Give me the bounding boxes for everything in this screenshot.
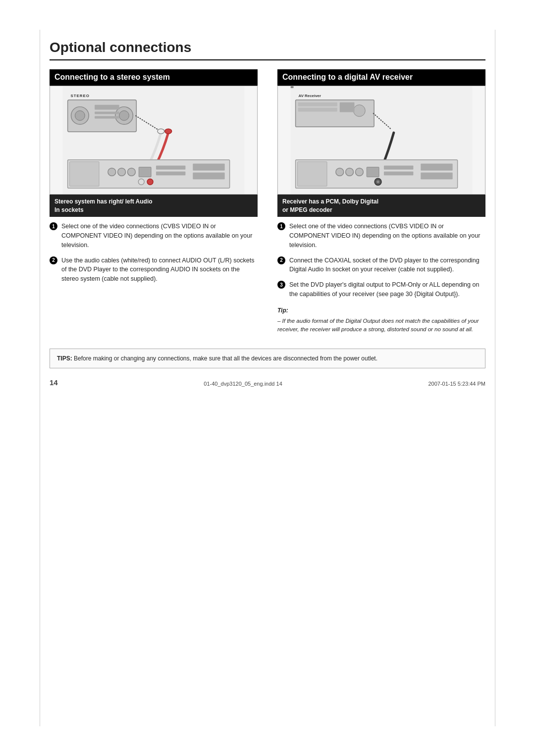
step-text-2: Use the audio cables (white/red) to conn… — [61, 256, 258, 284]
tips-label: TIPS: — [57, 355, 72, 362]
svg-point-36 — [355, 168, 363, 176]
svg-rect-15 — [139, 167, 151, 177]
svg-rect-39 — [384, 171, 413, 175]
right-column: Connecting to a digital AV receiver AV R… — [277, 69, 485, 334]
right-steps: 1 Select one of the video connections (C… — [277, 222, 485, 299]
tip-text: – If the audio format of the Digital Out… — [277, 317, 485, 334]
svg-rect-38 — [384, 165, 413, 169]
svg-rect-7 — [95, 104, 119, 109]
right-step-number-3: 3 — [277, 281, 285, 289]
av-diagram-svg: AV Receiver — [278, 86, 485, 194]
tip-title: Tip: — [277, 306, 485, 315]
svg-point-20 — [138, 179, 144, 185]
svg-point-4 — [75, 110, 85, 120]
right-step-2: 2 Connect the COAXIAL socket of the DVD … — [277, 256, 485, 275]
svg-rect-40 — [421, 163, 452, 170]
step-text-1: Select one of the video connections (CVB… — [61, 222, 258, 250]
svg-rect-45 — [291, 86, 294, 88]
svg-point-21 — [147, 179, 153, 185]
tips-footer: TIPS: Before making or changing any conn… — [50, 349, 485, 368]
svg-rect-8 — [95, 111, 119, 114]
svg-rect-41 — [421, 172, 452, 179]
svg-rect-29 — [298, 107, 337, 111]
right-step-3: 3 Set the DVD player's digital output to… — [277, 280, 485, 299]
svg-rect-18 — [193, 163, 224, 170]
svg-rect-33 — [298, 161, 327, 186]
page-number: 14 — [50, 378, 58, 387]
svg-rect-37 — [367, 167, 379, 177]
page-title: Optional connections — [50, 40, 485, 60]
right-section-header: Connecting to a digital AV receiver — [277, 69, 485, 86]
svg-point-12 — [108, 168, 116, 176]
right-step-text-1: Select one of the video connections (CVB… — [289, 222, 485, 250]
step-number-1: 1 — [50, 222, 57, 230]
right-step-number-1: 1 — [277, 222, 285, 230]
svg-point-13 — [118, 168, 126, 176]
av-receiver-diagram: AV Receiver — [277, 86, 485, 195]
left-steps: 1 Select one of the video connections (C… — [50, 222, 258, 284]
footer-right: 2007-01-15 5:23:44 PM — [428, 381, 485, 387]
right-step-text-2: Connect the COAXIAL socket of the DVD pl… — [289, 256, 485, 275]
right-step-text-3: Set the DVD player's digital output to P… — [289, 280, 485, 299]
tip-box: Tip: – If the audio format of the Digita… — [277, 306, 485, 334]
left-column: Connecting to a stereo system STEREO — [50, 69, 258, 334]
left-section-header: Connecting to a stereo system — [50, 69, 258, 86]
svg-rect-9 — [95, 116, 119, 118]
svg-point-35 — [346, 168, 354, 176]
svg-rect-11 — [70, 161, 99, 186]
svg-rect-19 — [193, 172, 224, 179]
step-number-2: 2 — [50, 256, 57, 264]
right-step-number-2: 2 — [277, 256, 285, 264]
stereo-diagram-svg: STEREO — [50, 86, 257, 194]
svg-point-14 — [127, 168, 135, 176]
page-footer: 14 01-40_dvp3120_05_eng.indd 14 2007-01-… — [50, 378, 485, 387]
two-column-layout: Connecting to a stereo system STEREO — [50, 69, 485, 334]
svg-point-22 — [158, 129, 164, 134]
stereo-diagram: STEREO — [50, 86, 258, 195]
right-step-1: 1 Select one of the video connections (C… — [277, 222, 485, 250]
svg-point-30 — [354, 104, 366, 116]
footer-left: 01-40_dvp3120_05_eng.indd 14 — [204, 381, 282, 387]
svg-rect-28 — [298, 102, 337, 106]
svg-point-43 — [376, 180, 379, 183]
svg-text:STEREO: STEREO — [71, 94, 90, 98]
svg-text:AV Receiver: AV Receiver — [299, 94, 321, 98]
left-step-1: 1 Select one of the video connections (C… — [50, 222, 258, 250]
right-sub-header: Receiver has a PCM, Dolby Digital or MPE… — [277, 195, 485, 217]
svg-rect-16 — [156, 165, 185, 169]
svg-point-34 — [336, 168, 344, 176]
svg-rect-31 — [340, 102, 355, 112]
tips-text: Before making or changing any connection… — [74, 355, 377, 362]
left-step-2: 2 Use the audio cables (white/red) to co… — [50, 256, 258, 284]
svg-point-6 — [119, 110, 129, 120]
svg-rect-17 — [156, 171, 185, 175]
left-sub-header: Stereo system has right/ left Audio In s… — [50, 195, 258, 217]
svg-point-23 — [165, 129, 172, 134]
